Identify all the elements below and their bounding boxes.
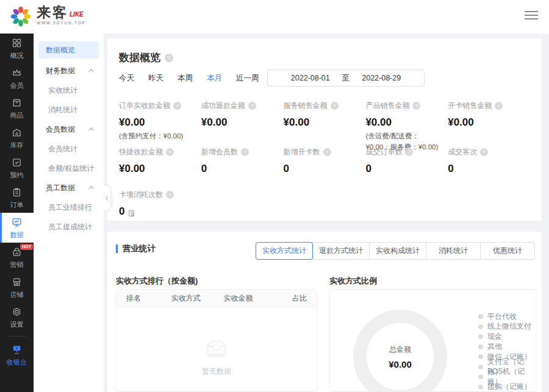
legend-item[interactable]: 现金 (478, 333, 536, 341)
tab-receipt-method[interactable]: 实收方式统计 (256, 242, 313, 260)
legend-dot (478, 314, 483, 319)
legend-dot (478, 374, 483, 379)
clipboard-icon (12, 187, 22, 202)
warehouse-icon (12, 127, 22, 142)
sidebar-divider (7, 336, 26, 337)
submenu-group-staff[interactable]: 员工数据 (34, 178, 104, 198)
stat-new-members: 新增会员数? 0 (201, 147, 284, 175)
filter-today[interactable]: 今天 (119, 73, 134, 84)
legend-item[interactable]: 平台代收 (478, 313, 536, 321)
legend-item[interactable]: 团购（记账） (478, 383, 536, 391)
help-icon[interactable]: ? (405, 148, 413, 156)
table-header-row: 排名 实收方式 实收金额 占比 (117, 290, 317, 308)
legend-dot (478, 365, 483, 369)
legend-item[interactable]: POS机（记账） (478, 373, 536, 381)
top-header: 来客 LIKE WWW.5GYUN.TOP (0, 0, 549, 34)
help-icon[interactable]: ? (331, 102, 339, 110)
stat-service-sales: 服务销售金额? ¥0.00 (284, 101, 366, 153)
stat-new-cards: 新增开卡数? 0 (284, 147, 366, 175)
donut-center-label: 总金额 (389, 344, 411, 355)
submenu-item-staff-rank[interactable]: 员工业绩排行 (34, 198, 104, 217)
tab-receipt-composition[interactable]: 实收构成统计 (369, 242, 426, 260)
sidebar-item-overview[interactable]: 概况 (0, 34, 34, 63)
submenu-item-staff-commission[interactable]: 员工提成统计 (34, 217, 104, 237)
sidebar-item-inventory[interactable]: 库存 (0, 123, 34, 153)
help-icon[interactable]: ? (165, 54, 173, 62)
sidebar-collapse-handle[interactable] (104, 185, 110, 211)
hamburger-menu-icon[interactable] (525, 11, 538, 22)
filter-this-week[interactable]: 本周 (178, 73, 193, 84)
page-title: 数据概览 ? (119, 51, 173, 65)
legend-dot (478, 324, 483, 329)
legend-item[interactable]: 线上微信支付 (478, 323, 536, 331)
help-icon[interactable]: ? (166, 148, 174, 156)
submenu-group-finance[interactable]: 财务数据 (34, 61, 104, 80)
chevron-left-icon (106, 196, 110, 200)
dashboard-icon (12, 38, 22, 52)
help-icon[interactable]: ? (241, 148, 249, 156)
monitor-chart-icon (12, 217, 22, 232)
help-icon[interactable]: ? (412, 102, 420, 110)
storefront-icon (12, 277, 22, 291)
filter-yesterday[interactable]: 昨天 (148, 73, 163, 84)
data-overview-card: 数据概览 ? 今天 昨天 本周 本月 近一周 近一月 2022-08-01 至 … (107, 38, 542, 221)
submenu-item-member-stats[interactable]: 会员统计 (34, 139, 104, 159)
chevron-up-icon (88, 69, 93, 74)
sidebar-item-data[interactable]: 数据 (0, 213, 34, 243)
empty-text: 暂无数据 (117, 366, 317, 377)
tab-consume-stats[interactable]: 消耗统计 (426, 242, 481, 260)
help-icon[interactable]: ? (173, 102, 181, 110)
date-range-picker[interactable]: 2022-08-01 至 2022-08-29 (267, 69, 425, 87)
business-stats-card: 营业统计 实收方式统计 退款方式统计 实收构成统计 消耗统计 优惠统计 实收方式… (107, 232, 542, 392)
filter-this-month[interactable]: 本月 (207, 73, 222, 84)
submenu-item-consume-stats[interactable]: 消耗统计 (34, 100, 104, 119)
stat-card-sales: 开卡销售金额? ¥0.00 (448, 101, 530, 153)
sidebar-item-marketing[interactable]: HOT 营销 (0, 243, 34, 273)
sidebar-item-goods[interactable]: 商品 (0, 93, 34, 123)
secondary-sidebar: 数据概览 财务数据 实收统计 消耗统计 会员数据 会员统计 余额/权益统计 员工… (34, 34, 104, 392)
logo-flower-icon (9, 4, 33, 31)
sidebar-item-booking[interactable]: 预约 (0, 153, 34, 183)
submenu-item-balance-stats[interactable]: 余额/权益统计 (34, 159, 104, 178)
detail-doc-icon[interactable] (127, 208, 135, 216)
submenu-item-data-overview[interactable]: 数据概览 (38, 41, 99, 59)
sidebar-item-members[interactable]: 会员 (0, 63, 34, 93)
receipt-rank-table: 排名 实收方式 实收金额 占比 暂无数据 (116, 289, 317, 392)
help-icon[interactable]: ? (495, 102, 503, 110)
logo-text: 来客 (37, 5, 68, 20)
filter-last-week[interactable]: 近一周 (236, 73, 259, 84)
donut-center-value: ¥0.00 (389, 359, 412, 369)
tab-discount-stats[interactable]: 优惠统计 (480, 242, 535, 260)
help-icon[interactable]: ? (480, 148, 488, 156)
check-square-icon (12, 157, 22, 172)
empty-inbox-icon (203, 351, 231, 361)
app-logo[interactable]: 来客 LIKE WWW.5GYUN.TOP (9, 4, 86, 31)
legend-dot (478, 334, 483, 339)
sidebar-item-settings[interactable]: 设置 (0, 302, 34, 332)
sidebar-item-shop[interactable]: 店铺 (0, 273, 34, 302)
logo-url-text: WWW.5GYUN.TOP (37, 21, 86, 25)
legend-item[interactable]: 其他 (478, 343, 536, 351)
sidebar-item-orders[interactable]: 订单 (0, 183, 34, 213)
help-icon[interactable]: ? (248, 102, 256, 110)
help-icon[interactable]: ? (323, 148, 331, 156)
chart-legend: 平台代收 线上微信支付 现金 其他 微信（记账） 支付宝（记账） POS机（记账… (478, 313, 536, 391)
column-method: 实收方式 (162, 293, 209, 304)
gear-icon (12, 307, 22, 321)
donut-chart: 总金额 ¥0.00 (353, 310, 447, 392)
sidebar-item-cashier[interactable]: 收银台 (0, 340, 34, 370)
logo-like-text: LIKE (70, 10, 84, 20)
help-icon[interactable]: ? (166, 191, 174, 199)
date-end: 2022-08-29 (362, 74, 401, 82)
stat-order-received: 订单实收款金额? ¥0.00 (含预约支付：¥0.00) (119, 101, 201, 153)
date-start: 2022-08-01 (291, 74, 330, 82)
stats-row-1: 订单实收款金额? ¥0.00 (含预约支付：¥0.00) 成功退款金额? ¥0.… (119, 101, 530, 153)
submenu-group-member[interactable]: 会员数据 (34, 119, 104, 139)
box-icon (12, 98, 22, 112)
submenu-item-receipt-stats[interactable]: 实收统计 (34, 80, 104, 100)
legend-dot (478, 385, 483, 390)
business-tab-group: 实收方式统计 退款方式统计 实收构成统计 消耗统计 优惠统计 (256, 242, 535, 260)
tab-refund-method[interactable]: 退款方式统计 (312, 242, 370, 260)
stat-card-consume-count: 卡项消耗次数? 0 (119, 190, 201, 218)
date-separator: 至 (342, 73, 350, 84)
